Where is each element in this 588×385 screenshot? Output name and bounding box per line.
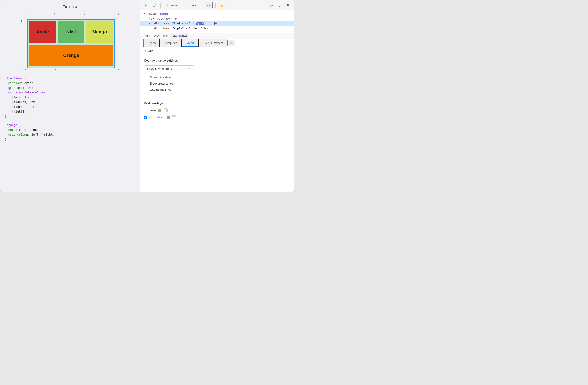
header-divider-2	[215, 2, 216, 8]
fruit-box-grid: Apple Kiwi Mango Orange	[27, 19, 115, 68]
grid-overlays-section: Grid overlays main div.fruit-box	[140, 98, 294, 126]
breadcrumb-fruitbox[interactable]: div.fruit-box	[171, 34, 188, 38]
svg-rect-0	[153, 4, 155, 6]
svg-rect-2	[164, 108, 167, 112]
layout-panel: ▼ Grid Overlay display settings Show lin…	[140, 47, 294, 192]
fruitbox-overlay-label: div.fruit-box	[149, 115, 165, 119]
breadcrumb-main[interactable]: main	[162, 34, 170, 38]
prop-grid-template-columns: grid-template-columns	[8, 91, 46, 94]
tab-styles[interactable]: Styles	[144, 39, 160, 47]
line-num-top-1: 1	[24, 13, 25, 15]
show-track-sizes-row: Show track sizes	[144, 76, 290, 79]
close-button[interactable]: ✕	[285, 2, 291, 8]
apple-cell: Apple	[29, 21, 56, 43]
line-num-right-neg1-top: -1	[115, 18, 119, 20]
warning-badge: ⚠️ 1	[220, 4, 226, 7]
kiwi-cell: Kiwi	[58, 21, 84, 43]
breadcrumb: html body main div.fruit-box	[140, 33, 294, 39]
show-area-names-checkbox[interactable]	[144, 82, 147, 85]
extend-grid-lines-label: Extend grid lines	[149, 88, 171, 91]
html-tree: ▼ <main> grid <p> Fruit box </p> … ▼ <di…	[140, 10, 294, 33]
grid-with-side-numbers: 1 2 3 Apple Kiwi Mango Oran	[21, 16, 119, 68]
main-overlay-checkbox[interactable]	[144, 109, 147, 112]
right-line-numbers: -1	[115, 16, 119, 68]
show-area-names-row: Show area names	[144, 82, 290, 85]
more-options-button[interactable]: ⋮	[276, 2, 283, 8]
line-num-left-1: 1	[21, 18, 24, 20]
tree-dots[interactable]: …	[144, 22, 145, 25]
warning-icon: ⚠️	[220, 4, 224, 7]
main-grid-icon[interactable]	[164, 108, 168, 112]
left-line-numbers: 1 2 3	[21, 16, 24, 68]
main-color-swatch	[158, 109, 161, 112]
console-tab[interactable]: Console	[185, 1, 203, 9]
overlays-title: Grid overlays	[144, 102, 290, 105]
settings-button[interactable]: ⚙	[268, 2, 275, 8]
line-num-left-2: 2	[21, 20, 24, 22]
main-overlay-label: main	[149, 109, 156, 112]
tree-line-apple: <div class= "apple" > Apple </div>	[144, 26, 291, 31]
svg-rect-6	[172, 115, 176, 119]
line-num-bot-1: -4	[24, 68, 26, 71]
line-num-left-3: 3	[21, 64, 24, 67]
device-icon[interactable]	[151, 2, 158, 8]
grid-section-arrow: ▼	[144, 50, 147, 52]
overlay-item-fruitbox: div.fruit-box	[144, 115, 290, 119]
tab-event-listeners[interactable]: Event Listeners	[199, 39, 227, 47]
line-num-bot-4: -1	[117, 68, 119, 71]
line-num-bot-3: -2	[84, 68, 85, 71]
breadcrumb-body[interactable]: body	[152, 34, 161, 38]
bottom-line-numbers: -4 -3 -2 -1	[24, 68, 119, 72]
grid-visual-wrapper: 1 2 3 4 1 2 3 Apple Kiwi	[21, 13, 119, 72]
orange-code-block: .orange { background: orange; grid-colum…	[5, 123, 135, 142]
left-panel: Fruit box 1 2 3 4 1 2 3 Apple	[0, 0, 140, 192]
tree-line-fruitbox[interactable]: … ▼ <div class= "fruit-box" > grid == $0	[140, 21, 294, 26]
line-number-select[interactable]: Show line numbers Show track sizes Show …	[144, 65, 194, 72]
fruitbox-grid-icon[interactable]	[172, 115, 176, 119]
fruitbox-color-swatch	[167, 115, 170, 119]
grid-section-label: Grid	[148, 49, 153, 53]
fruitbox-overlay-checkbox[interactable]	[144, 115, 147, 119]
mango-cell: Mango	[86, 21, 113, 43]
top-line-numbers: 1 2 3 4	[24, 13, 119, 16]
selector-orange: .orange	[5, 124, 17, 127]
elements-tab[interactable]: Elements	[163, 1, 183, 9]
dropdown-row: Show line numbers Show track sizes Show …	[144, 65, 290, 72]
svg-rect-1	[155, 4, 156, 6]
fruit-box-title: Fruit box	[5, 5, 135, 9]
tab-computed[interactable]: Computed	[160, 39, 182, 47]
show-track-sizes-checkbox[interactable]	[144, 76, 147, 79]
code-section: .fruit-box { display: grid; grid-gap: 10…	[5, 76, 135, 142]
extend-grid-lines-checkbox[interactable]	[144, 88, 147, 91]
orange-cell: Orange	[29, 45, 113, 66]
panel-tabs: Styles Computed Layout Event Listeners >…	[140, 39, 294, 47]
breadcrumb-html[interactable]: html	[144, 34, 151, 38]
prop-grid-column: grid-column	[8, 133, 28, 136]
line-num-top-4: 4	[118, 13, 119, 15]
line-num-top-3: 3	[84, 13, 85, 15]
show-track-sizes-label: Show track sizes	[149, 76, 172, 79]
overlay-item-main: main	[144, 108, 290, 112]
more-panel-tabs[interactable]: >>	[227, 40, 235, 46]
overlay-title: Overlay display settings	[144, 59, 290, 62]
prop-display: display	[8, 82, 21, 85]
header-divider	[160, 2, 161, 8]
grid-section-header[interactable]: ▼ Grid	[140, 47, 294, 55]
overlay-settings-section: Overlay display settings Show line numbe…	[140, 55, 294, 98]
prop-grid-gap: grid-gap	[8, 86, 22, 90]
tree-arrow-main[interactable]: ▼	[144, 13, 145, 15]
more-tabs-button[interactable]: >>	[205, 2, 213, 8]
header-divider-3	[229, 2, 229, 8]
tree-line-p: <p> Fruit box </p>	[144, 17, 291, 22]
tab-layout[interactable]: Layout	[182, 39, 199, 47]
extend-grid-lines-row: Extend grid lines	[144, 88, 290, 91]
fruit-box-code-block: .fruit-box { display: grid; grid-gap: 10…	[5, 76, 135, 119]
cursor-icon[interactable]	[143, 2, 149, 8]
prop-background: background	[8, 128, 26, 132]
devtools-header: Elements Console >> ⚠️ 1 ⚙ ⋮ ✕	[140, 0, 294, 10]
line-num-bot-2: -3	[54, 68, 56, 71]
tree-line-main: ▼ <main> grid	[144, 12, 291, 17]
tree-arrow-fruitbox[interactable]: ▼	[148, 22, 150, 25]
line-num-top-2: 2	[54, 13, 55, 15]
selector-fruit-box: .fruit-box	[5, 77, 22, 80]
